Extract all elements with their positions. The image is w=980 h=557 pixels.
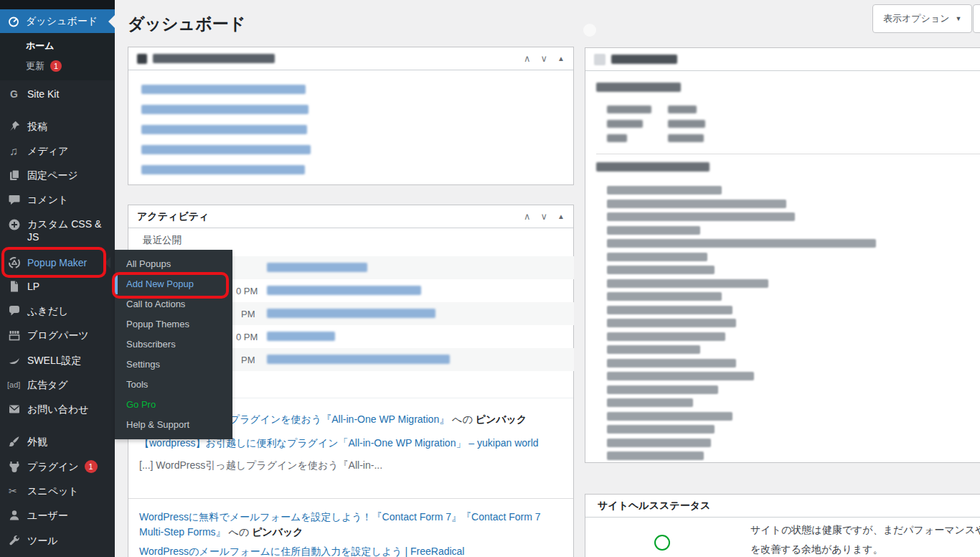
sidebar-item-contact[interactable]: お問い合わせ <box>0 397 115 421</box>
post-link-blurred[interactable] <box>267 309 435 318</box>
site-health-widget: サイトヘルスステータス サイトの状態は健康ですが、まだパフォーマンスやセ を改善… <box>585 494 980 557</box>
site-info-widget <box>585 47 980 463</box>
post-link-blurred[interactable] <box>267 286 421 295</box>
sidebar-subitem-updates[interactable]: 更新 1 <box>26 60 62 72</box>
update-widget-title-blurred <box>153 54 275 63</box>
flyout-item-call-to-actions[interactable]: Call to Actions <box>115 294 232 314</box>
version-section-title-blurred <box>596 83 681 92</box>
active-plugins-list-blurred <box>607 186 876 465</box>
sidebar-item-popup-maker[interactable]: Popup Maker <box>0 251 115 275</box>
sidebar-item-site-kit[interactable]: G Site Kit <box>0 82 115 106</box>
plugins-icon <box>7 459 22 474</box>
move-up-icon[interactable]: ∧ <box>524 53 531 64</box>
post-link-blurred[interactable] <box>267 355 450 364</box>
site-info-widget-icon <box>594 54 606 65</box>
ad-tag-icon: [ad] <box>7 378 22 392</box>
pingback-source-link[interactable]: WordPressのメールフォームに住所自動入力を設定しよう | FreeRad… <box>139 546 464 557</box>
flyout-item-go-pro[interactable]: Go Pro <box>115 395 232 415</box>
sidebar-item-ad-tag[interactable]: [ad] 広告タグ <box>0 373 115 397</box>
flyout-item-add-new-popup[interactable]: Add New Popup <box>115 274 232 294</box>
flyout-item-all-popups[interactable]: All Popups <box>115 254 232 274</box>
pingback-item-title: WordPressに無料でメールフォームを設定しよう！『Contact Form… <box>139 510 564 540</box>
health-status-circle-icon <box>654 535 670 551</box>
divider <box>128 498 573 499</box>
move-down-icon[interactable]: ∨ <box>541 211 548 222</box>
move-down-icon[interactable]: ∨ <box>541 53 548 64</box>
site-health-message: サイトの状態は健康ですが、まだパフォーマンスやセ を改善する余地があります。 <box>750 520 980 557</box>
svg-text:♫: ♫ <box>9 145 18 157</box>
tools-icon <box>7 533 22 548</box>
swell-icon <box>7 353 22 368</box>
site-info-widget-header[interactable] <box>585 48 980 71</box>
custom-css-icon <box>7 217 22 232</box>
flyout-item-popup-themes[interactable]: Popup Themes <box>115 314 232 334</box>
version-value-blurred <box>668 106 697 113</box>
speech-bubble-icon <box>7 304 22 318</box>
pingback-item-source: WordPressのメールフォームに住所自動入力を設定しよう | FreeRad… <box>139 545 564 557</box>
pingback-label: ピンバック <box>252 526 303 538</box>
site-health-widget-header[interactable]: サイトヘルスステータス <box>585 495 980 518</box>
pages-icon <box>7 168 22 182</box>
version-label-blurred <box>607 106 651 113</box>
sidebar-item-pages[interactable]: 固定ページ <box>0 163 115 187</box>
mail-icon <box>7 402 22 416</box>
sidebar-item-swell-settings[interactable]: SWELL設定 <box>0 348 115 373</box>
appearance-icon <box>7 434 22 449</box>
post-time: 0 PM <box>236 332 258 342</box>
screen-options-button[interactable]: 表示オプション ▼ <box>872 4 972 33</box>
sidebar-item-posts[interactable]: 投稿 <box>0 114 115 139</box>
post-link-blurred[interactable] <box>267 332 335 341</box>
current-item-arrow <box>108 15 115 28</box>
activity-widget-header[interactable]: アクティビティ ∧ ∨ ▲ <box>128 205 573 228</box>
post-title-link[interactable]: WordPressに無料でメールフォームを設定しよう！『Contact Form… <box>139 511 541 538</box>
post-link-blurred[interactable] <box>267 263 367 272</box>
sidebar-item-custom-css-js[interactable]: カスタム CSS & JS <box>0 212 115 250</box>
sidebar-item-blog-parts[interactable]: ブログパーツ <box>0 323 115 347</box>
pingback-item-excerpt: [...] WordPress引っ越しプラグインを使おう『All-in-... <box>139 459 564 472</box>
help-tab-partial[interactable] <box>973 4 980 33</box>
sidebar-item-fukidashi[interactable]: ふきだし <box>0 299 115 323</box>
version-label-blurred <box>607 134 627 142</box>
divider <box>596 154 980 154</box>
sidebar-item-dashboard[interactable]: ダッシュボード <box>0 9 115 33</box>
flyout-item-subscribers[interactable]: Subscribers <box>115 334 232 355</box>
collapse-toggle-icon[interactable]: ▲ <box>557 212 565 220</box>
flyout-item-tools[interactable]: Tools <box>115 375 232 395</box>
sidebar-item-users[interactable]: ユーザー <box>0 503 115 528</box>
svg-text:[ad]: [ad] <box>7 380 20 389</box>
post-time: 0 PM <box>236 286 258 296</box>
move-up-icon[interactable]: ∧ <box>524 211 531 222</box>
sidebar-item-tools[interactable]: ツール <box>0 528 115 553</box>
site-info-widget-title-blurred <box>611 55 677 64</box>
widget-controls: ∧ ∨ ▲ <box>524 211 565 222</box>
version-label-blurred <box>607 120 643 128</box>
sidebar-item-appearance[interactable]: 外観 <box>0 429 115 454</box>
update-count-badge: 1 <box>50 60 62 72</box>
sidebar-item-media[interactable]: ♫ メディア <box>0 139 115 163</box>
sidebar-item-plugins[interactable]: プラグイン 1 <box>0 454 115 479</box>
sidebar-item-lp[interactable]: LP <box>0 274 115 299</box>
sidebar-item-snippets[interactable]: ✂ スニペット <box>0 479 115 503</box>
update-widget-header[interactable]: ∧ ∨ ▲ <box>128 47 573 70</box>
pingback-label: ピンバック <box>476 413 527 425</box>
page-title: ダッシュボード <box>128 13 245 35</box>
admin-bar-strip <box>0 0 115 9</box>
plugin-count-badge: 1 <box>85 460 98 473</box>
recently-published-label: 最近公開 <box>143 234 182 247</box>
cursor-halo <box>583 24 596 37</box>
sidebar-item-label: ダッシュボード <box>26 15 98 28</box>
flyout-arrow <box>105 257 110 268</box>
dashboard-submenu: ホーム 更新 1 <box>0 33 115 80</box>
flyout-item-help-support[interactable]: Help & Support <box>115 415 232 435</box>
svg-text:✂: ✂ <box>9 485 17 497</box>
sidebar-subitem-home[interactable]: ホーム <box>26 39 55 52</box>
flyout-item-settings[interactable]: Settings <box>115 355 232 375</box>
update-info-widget: ∧ ∨ ▲ <box>128 47 574 185</box>
lp-page-icon <box>7 279 22 294</box>
sidebar-item-comments[interactable]: コメント <box>0 187 115 212</box>
collapse-toggle-icon[interactable]: ▲ <box>557 55 565 62</box>
site-health-widget-title: サイトヘルスステータス <box>598 500 710 512</box>
post-time: PM <box>241 355 255 365</box>
update-links-list[interactable] <box>128 70 573 174</box>
admin-sidebar: ダッシュボード ホーム 更新 1 G Site Kit 投稿 ♫ メディア <box>0 0 115 557</box>
